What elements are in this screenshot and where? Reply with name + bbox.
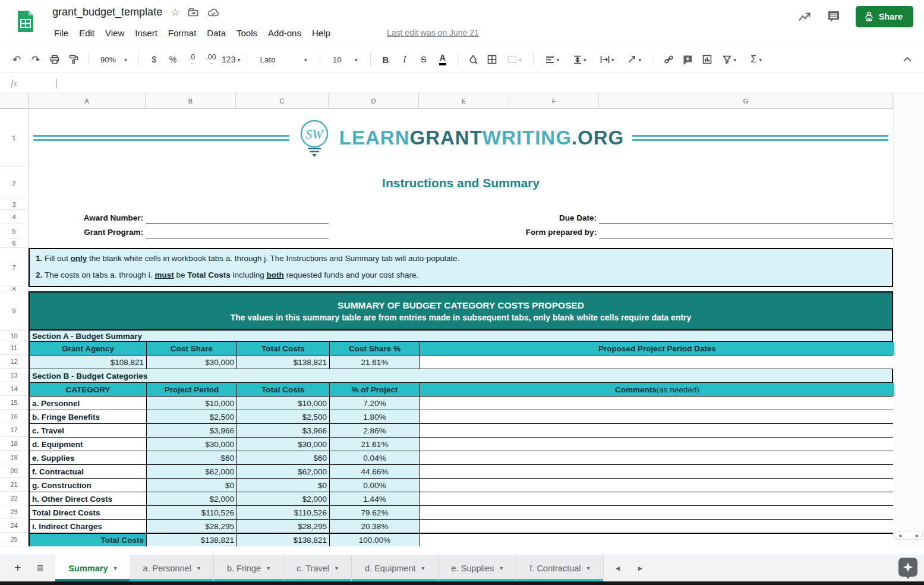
- redo-button[interactable]: ↷: [27, 51, 44, 68]
- total-costs-cell[interactable]: $10,000: [237, 397, 330, 410]
- vertical-align-button[interactable]: ▾: [567, 51, 592, 68]
- sheet-tab-menu-icon[interactable]: ▾: [113, 565, 116, 571]
- cost-share-pct-value[interactable]: 21.61%: [330, 356, 420, 369]
- column-header[interactable]: C: [236, 93, 329, 109]
- total-pct-value[interactable]: 100.00%: [330, 534, 420, 546]
- row-header[interactable]: 21: [0, 478, 29, 492]
- sheet-tab[interactable]: c. Travel ▾: [283, 555, 352, 581]
- paint-format-button[interactable]: [65, 51, 82, 68]
- strikethrough-button[interactable]: S: [415, 51, 432, 68]
- header-cost-share-pct[interactable]: Cost Share %: [330, 342, 420, 355]
- total-costs-cell[interactable]: $62,000: [237, 465, 330, 478]
- sheet-tab-menu-icon[interactable]: ▾: [267, 565, 270, 571]
- row-header[interactable]: 4: [0, 210, 29, 224]
- column-header[interactable]: G: [599, 93, 893, 109]
- comment-cell[interactable]: [420, 506, 894, 519]
- zoom-select[interactable]: 90%▾: [96, 55, 132, 64]
- document-title[interactable]: grant_budget_template: [52, 6, 162, 18]
- total-costs-cell[interactable]: $110,526: [237, 506, 330, 519]
- horizontal-align-button[interactable]: ▾: [540, 51, 565, 68]
- grant-agency-value[interactable]: $108,821: [30, 356, 147, 369]
- percent-cell[interactable]: 1.44%: [330, 492, 420, 505]
- tabs-scroll-right-icon[interactable]: ►: [636, 564, 644, 573]
- total-total-value[interactable]: $138,821: [237, 534, 330, 546]
- row-header[interactable]: 17: [0, 423, 29, 437]
- row-header[interactable]: 11: [0, 341, 29, 355]
- filter-button[interactable]: ▾: [718, 51, 742, 68]
- header-cost-share[interactable]: Cost Share: [147, 342, 237, 355]
- column-header[interactable]: B: [146, 93, 236, 109]
- comment-cell[interactable]: [420, 451, 894, 464]
- scroll-right-icon[interactable]: ▸: [916, 532, 919, 539]
- percent-cell[interactable]: 1.80%: [330, 410, 420, 423]
- category-cell[interactable]: a. Personnel: [30, 397, 147, 410]
- menu-item[interactable]: Add-ons: [263, 26, 307, 40]
- total-costs-cell[interactable]: $60: [237, 451, 330, 464]
- sheet-tab[interactable]: e. Supplies ▾: [439, 555, 517, 581]
- total-costs-cell[interactable]: $30,000: [237, 438, 330, 451]
- total-costs-cell[interactable]: $3,966: [237, 424, 330, 437]
- project-period-cell[interactable]: $30,000: [147, 438, 237, 451]
- header-total-costs[interactable]: Total Costs: [237, 342, 330, 355]
- category-cell[interactable]: Total Direct Costs: [30, 506, 147, 519]
- column-header[interactable]: A: [29, 93, 146, 109]
- menu-item[interactable]: Help: [307, 26, 336, 40]
- scroll-left-icon[interactable]: ◂: [898, 532, 901, 539]
- project-period-cell[interactable]: $10,000: [147, 397, 237, 410]
- move-to-folder-icon[interactable]: [188, 8, 199, 17]
- percent-cell[interactable]: 20.38%: [330, 520, 420, 533]
- row-header[interactable]: 2: [0, 167, 29, 199]
- project-period-cell[interactable]: $2,500: [147, 410, 237, 423]
- total-costs-label[interactable]: Total Costs: [30, 534, 147, 546]
- row-header[interactable]: 13: [0, 369, 29, 382]
- row-header[interactable]: 23: [0, 505, 29, 519]
- total-comment-cell[interactable]: [420, 534, 894, 546]
- decrease-decimal-button[interactable]: .0←: [184, 51, 200, 68]
- category-cell[interactable]: b. Fringe Benefits: [30, 410, 147, 423]
- total-costs-cell[interactable]: $2,000: [237, 492, 330, 505]
- italic-button[interactable]: I: [396, 51, 413, 68]
- fill-color-button[interactable]: [465, 51, 481, 68]
- comment-cell[interactable]: [420, 520, 894, 533]
- header-grant-agency[interactable]: Grant Agency: [30, 342, 147, 355]
- category-cell[interactable]: f. Contractual: [30, 465, 147, 478]
- category-cell[interactable]: e. Supplies: [30, 451, 147, 464]
- comment-cell[interactable]: [420, 397, 894, 410]
- row-header[interactable]: 18: [0, 437, 29, 451]
- sheet-tab-menu-icon[interactable]: ▾: [197, 565, 200, 571]
- grant-program-field[interactable]: [146, 224, 329, 238]
- last-edit-link[interactable]: Last edit was on June 21: [387, 28, 479, 37]
- sheet-tab[interactable]: f. Contractual ▾: [516, 555, 603, 581]
- comment-cell[interactable]: [420, 438, 894, 451]
- bold-button[interactable]: B: [377, 51, 394, 68]
- due-date-field[interactable]: [599, 210, 893, 224]
- font-size-select[interactable]: 10▾: [327, 55, 364, 64]
- horizontal-scrollbar[interactable]: ◂ ▸: [894, 531, 923, 540]
- share-button[interactable]: Share: [856, 6, 913, 27]
- percent-cell[interactable]: 21.61%: [330, 438, 420, 451]
- insert-chart-button[interactable]: [699, 51, 715, 68]
- menu-item[interactable]: Insert: [130, 26, 163, 40]
- total-costs-cell[interactable]: $2,500: [237, 410, 330, 423]
- font-select[interactable]: Lato▾: [254, 55, 313, 64]
- row-header[interactable]: 7: [0, 248, 29, 287]
- award-number-field[interactable]: [146, 210, 329, 224]
- row-header[interactable]: 6: [0, 238, 29, 248]
- project-period-cell[interactable]: $3,966: [147, 424, 237, 437]
- row-header[interactable]: 25: [0, 533, 29, 546]
- sheet-tab[interactable]: b. Fringe ▾: [214, 555, 283, 581]
- percent-cell[interactable]: 2.86%: [330, 424, 420, 437]
- project-period-cell[interactable]: $2,000: [147, 492, 237, 505]
- section-a-label[interactable]: Section A - Budget Summary: [30, 331, 892, 341]
- functions-button[interactable]: Σ▾: [744, 51, 769, 68]
- explore-button[interactable]: [898, 558, 917, 577]
- header-comments[interactable]: Comments (as needed): [420, 383, 894, 396]
- section-b-label[interactable]: Section B - Budget Categories: [30, 369, 892, 382]
- row-header[interactable]: 10: [0, 331, 29, 341]
- menu-item[interactable]: View: [100, 26, 130, 40]
- text-color-button[interactable]: A: [434, 51, 451, 68]
- undo-button[interactable]: ↶: [8, 51, 25, 68]
- add-sheet-button[interactable]: +: [14, 561, 21, 575]
- all-sheets-button[interactable]: ≡: [37, 561, 44, 575]
- more-formats-button[interactable]: 123▾: [222, 51, 240, 68]
